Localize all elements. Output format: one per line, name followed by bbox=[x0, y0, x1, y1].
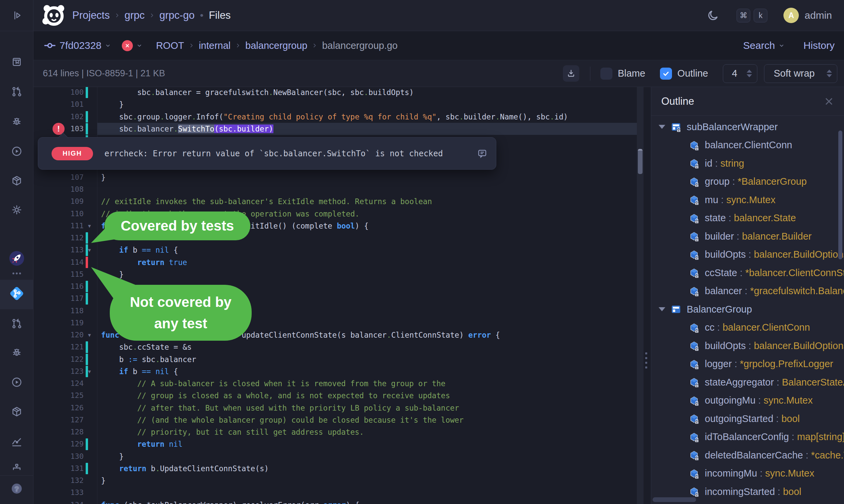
tree-collapse-arrow-icon[interactable] bbox=[659, 125, 665, 129]
code-line[interactable]: 102sbc.group.logger.Infof("Creating chil… bbox=[34, 111, 651, 123]
code-line[interactable]: 122b := sbc.balancer bbox=[34, 354, 651, 365]
code-line[interactable]: 127// (and the whole balancer group) cou… bbox=[34, 414, 651, 426]
code-line[interactable]: 126// after that. But when used with the… bbox=[34, 402, 651, 414]
svg-text:?: ? bbox=[14, 485, 19, 492]
outline-field-id[interactable]: id : string bbox=[651, 154, 844, 173]
outline-field-buildOpts[interactable]: buildOpts : balancer.BuildOptions bbox=[651, 337, 844, 355]
outline-field-deletedBalancerCache[interactable]: deletedBalancerCache : *cache.TimeoutCac… bbox=[651, 446, 844, 465]
code-line[interactable]: 107} bbox=[34, 172, 651, 183]
code-line[interactable]: 128// priority, but it can still get add… bbox=[34, 426, 651, 438]
blame-checkbox[interactable] bbox=[600, 68, 612, 80]
wrap-mode-select[interactable]: Soft wrap bbox=[764, 64, 837, 83]
rocket-icon[interactable] bbox=[9, 251, 24, 266]
package-icon[interactable] bbox=[11, 406, 22, 417]
check-failed-badge[interactable] bbox=[122, 40, 133, 51]
close-icon[interactable] bbox=[824, 96, 834, 106]
breadcrumb[interactable]: grpc-go bbox=[159, 10, 194, 21]
help-icon[interactable]: ? bbox=[11, 483, 23, 494]
outline-field-ccState[interactable]: ccState : *balancer.ClientConnState bbox=[651, 264, 844, 282]
code-line[interactable]: 100sbc.balancer = gracefulswitch.NewBala… bbox=[34, 87, 651, 98]
code-line[interactable]: 108 bbox=[34, 183, 651, 195]
code-line[interactable]: 115} bbox=[34, 268, 651, 281]
outline-field-outgoingStarted[interactable]: outgoingStarted : bool bbox=[651, 410, 844, 428]
code-line[interactable]: 125// group is closed as a whole, and is… bbox=[34, 390, 651, 401]
outline-field-buildOpts[interactable]: buildOpts : balancer.BuildOptions bbox=[651, 246, 844, 264]
outline-field-incomingMu[interactable]: incomingMu : sync.Mutex bbox=[651, 465, 844, 483]
code-line[interactable]: 124// A sub-balancer is closed when it i… bbox=[34, 378, 651, 390]
code-line[interactable]: 129return nil bbox=[34, 438, 651, 450]
branch-icon[interactable] bbox=[11, 86, 22, 97]
history-link[interactable]: History bbox=[804, 40, 834, 51]
code-line[interactable]: 101} bbox=[34, 98, 651, 110]
ellipsis-icon[interactable] bbox=[11, 268, 22, 279]
repo-icon[interactable] bbox=[11, 56, 22, 68]
outline-field-balancer[interactable]: balancer : *gracefulswitch.Balancer bbox=[651, 282, 844, 301]
collapse-sidebar-icon[interactable] bbox=[11, 10, 22, 21]
fold-arrow-icon[interactable]: ▾ bbox=[88, 244, 91, 256]
search-menu[interactable]: Search bbox=[743, 40, 775, 51]
code-line[interactable]: !103sbc.balancer.SwitchTo(sbc.builder) bbox=[34, 123, 651, 135]
outline-field-balancer.ClientConn[interactable]: balancer.ClientConn bbox=[651, 136, 844, 155]
git-active-icon[interactable] bbox=[10, 286, 24, 301]
path-crumb[interactable]: ROOT bbox=[156, 40, 184, 51]
bug-icon[interactable] bbox=[11, 347, 22, 358]
outline-field-state[interactable]: state : balancer.State bbox=[651, 209, 844, 228]
outline-scrollbar-thumb[interactable] bbox=[838, 130, 842, 259]
play-icon[interactable] bbox=[11, 146, 22, 157]
avatar[interactable]: A bbox=[784, 8, 799, 23]
outline-field-mu[interactable]: mu : sync.Mutex bbox=[651, 191, 844, 209]
branch-icon[interactable] bbox=[11, 318, 22, 329]
line-number: 123 bbox=[34, 365, 84, 378]
code-line[interactable]: 132} bbox=[34, 474, 651, 487]
tab-size-select[interactable]: 4 bbox=[723, 64, 757, 83]
commit-hash[interactable]: 7fd02328 bbox=[59, 40, 102, 51]
chart-icon[interactable] bbox=[11, 436, 22, 447]
code-line[interactable]: 131return b.UpdateClientConnState(s) bbox=[34, 463, 651, 474]
path-crumb[interactable]: balancergroup bbox=[245, 40, 307, 51]
outline-field-idToBalancerConfig[interactable]: idToBalancerConfig : map[string]*subBala… bbox=[651, 428, 844, 447]
commit-dropdown-chevron-icon[interactable] bbox=[105, 43, 110, 48]
outline-struct-BalancerGroup[interactable]: BalancerGroup bbox=[651, 300, 844, 319]
panda-logo-icon[interactable] bbox=[41, 3, 68, 28]
outline-field-outgoingMu[interactable]: outgoingMu : sync.Mutex bbox=[651, 392, 844, 410]
bug-icon[interactable] bbox=[11, 116, 22, 127]
fold-arrow-icon[interactable]: ▾ bbox=[88, 365, 91, 378]
outline-field-stateAggregator[interactable]: stateAggregator : BalancerStateAggregato… bbox=[651, 373, 844, 392]
code-line[interactable]: 134▾func (sbc *subBalancerWrapper) resol… bbox=[34, 499, 651, 504]
dark-mode-toggle-icon[interactable] bbox=[707, 10, 719, 21]
code-line[interactable]: 133 bbox=[34, 487, 651, 499]
sitemap-icon[interactable] bbox=[11, 463, 22, 474]
fold-arrow-icon[interactable]: ▾ bbox=[88, 220, 91, 232]
outline-hscrollbar-thumb[interactable] bbox=[652, 497, 696, 502]
outline-field-logger[interactable]: logger : *grpclog.PrefixLogger bbox=[651, 355, 844, 374]
download-button[interactable] bbox=[563, 65, 579, 82]
code-line[interactable]: 114return true bbox=[34, 256, 651, 268]
outline-struct-subBalancerWrapper[interactable]: subBalancerWrapper bbox=[651, 118, 844, 136]
code-scrollbar-thumb[interactable] bbox=[638, 149, 643, 174]
tree-collapse-arrow-icon[interactable] bbox=[659, 307, 665, 311]
comment-icon[interactable] bbox=[477, 149, 487, 159]
play-icon[interactable] bbox=[11, 377, 22, 388]
status-dropdown-chevron-icon[interactable] bbox=[137, 43, 142, 48]
outline-field-builder[interactable]: builder : balancer.Builder bbox=[651, 227, 844, 246]
symbol-type: sync.Mutex bbox=[765, 468, 814, 479]
code-editor[interactable]: 100sbc.balancer = gracefulswitch.NewBala… bbox=[34, 87, 651, 504]
breadcrumb[interactable]: Projects bbox=[72, 10, 110, 21]
code-line[interactable]: 113▾if b == nil { bbox=[34, 244, 651, 256]
outline-checkbox[interactable] bbox=[660, 68, 672, 80]
outline-field-group[interactable]: group : *BalancerGroup bbox=[651, 173, 844, 191]
search-chevron-icon[interactable] bbox=[779, 43, 784, 48]
fold-arrow-icon[interactable]: ▾ bbox=[88, 499, 91, 504]
gear-icon[interactable] bbox=[11, 204, 22, 216]
path-crumb[interactable]: internal bbox=[199, 40, 231, 51]
package-icon[interactable] bbox=[11, 175, 22, 186]
breadcrumb[interactable]: grpc bbox=[125, 10, 145, 21]
panel-resize-grip[interactable] bbox=[645, 353, 647, 368]
code-line[interactable]: 130} bbox=[34, 450, 651, 463]
fold-arrow-icon[interactable]: ▾ bbox=[88, 329, 91, 341]
username[interactable]: admin bbox=[805, 10, 832, 21]
code-line[interactable]: 123▾if b == nil { bbox=[34, 365, 651, 378]
outline-field-cc[interactable]: cc : balancer.ClientConn bbox=[651, 319, 844, 337]
code-line[interactable]: 109// exitIdle invokes the sub-balancer'… bbox=[34, 195, 651, 208]
code-line[interactable]: 121sbc.ccState = &s bbox=[34, 341, 651, 353]
